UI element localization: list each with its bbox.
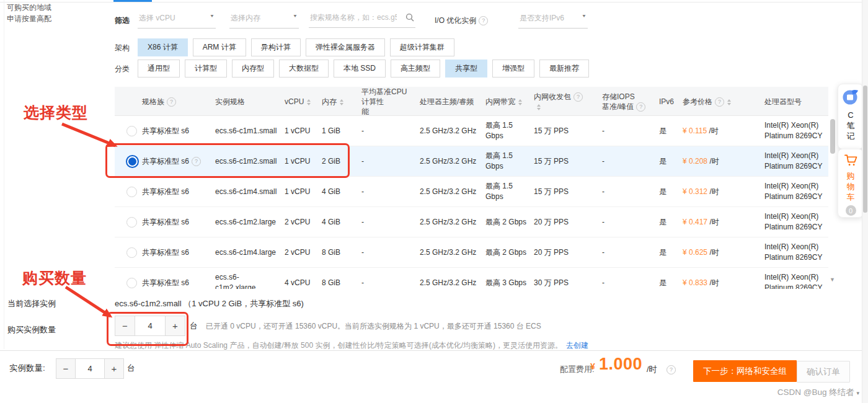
price-cell: ¥ 0.417 /时 [674, 217, 748, 228]
column-header[interactable]: 内网收发包? [530, 92, 592, 112]
category-tag[interactable]: 内存型 [232, 60, 274, 78]
current-instance-value: ecs.s6-c1m2.small （1 vCPU 2 GiB，共享标准型 s6… [115, 298, 304, 309]
watermark: CSDN @Bug 终结者 ▾ [777, 387, 859, 398]
memory-cell: 4 GiB [318, 217, 358, 228]
sort-icon[interactable] [518, 99, 522, 105]
column-header[interactable]: 参考价格? [674, 97, 748, 107]
help-icon[interactable]: ? [636, 102, 645, 112]
table-row[interactable]: 共享标准型 s6?ecs.s6-c1m2.small1 vCPU2 GiB-2.… [115, 146, 828, 177]
footer-quantity-increase-button[interactable]: + [104, 359, 123, 378]
table-row[interactable]: 共享标准型 s6ecs.s6-c1m1.small1 vCPU1 GiB-2.5… [115, 116, 828, 146]
table-scroll-down-icon[interactable]: ▼ [830, 277, 835, 283]
sort-up-arrow [727, 99, 731, 102]
ipv6-select[interactable]: 是否支持IPv6 ▼ [518, 13, 588, 29]
radio-button[interactable] [126, 247, 137, 258]
footer-quantity-label: 实例数量: [9, 363, 45, 374]
price-unit: /时 [709, 278, 719, 287]
quantity-value[interactable]: 4 [135, 316, 165, 335]
baseline-cell: - [358, 187, 416, 197]
help-icon[interactable]: ? [666, 365, 676, 374]
link-apply-quota[interactable]: 申请按量高配 [7, 14, 51, 24]
processor-cell: Intel(R) Xeon(R) Platinum 8269CY [748, 211, 828, 232]
chevron-down-icon: ▼ [293, 13, 298, 18]
radio-cell [115, 278, 138, 288]
category-tag[interactable]: 增强型 [492, 60, 534, 78]
spec-cell: ecs.s6-c1m2.small [211, 156, 281, 167]
architecture-tag[interactable]: X86 计算 [138, 38, 188, 56]
table-scrollbar-thumb[interactable] [830, 119, 835, 154]
radio-button[interactable] [126, 187, 137, 197]
baseline-cell: - [358, 278, 416, 288]
architecture-tag[interactable]: 异构计算 [251, 38, 301, 56]
annotation-buy-count: 购买数量 [22, 268, 87, 288]
family-cell: 共享标准型 s6 [138, 278, 211, 288]
column-header-text: 能 [361, 107, 369, 116]
search-icon[interactable] [405, 13, 414, 24]
radio-button[interactable] [126, 126, 137, 136]
category-tag[interactable]: 通用型 [138, 60, 180, 78]
quantity-increase-button[interactable]: + [165, 316, 185, 335]
search-input[interactable] [310, 13, 397, 22]
link-available-regions[interactable]: 可购买的地域 [7, 2, 51, 12]
column-header[interactable]: 内网带宽 [483, 97, 530, 107]
footer-quantity-decrease-button[interactable]: − [56, 359, 76, 378]
category-tag[interactable]: 大数据型 [279, 60, 329, 78]
sort-icon[interactable] [307, 99, 311, 105]
note-widget[interactable]: C笔记 [838, 84, 864, 149]
cart-letter: 购 [847, 170, 855, 181]
table-row[interactable]: 共享标准型 s6ecs.s6-c1m2.large2 vCPU4 GiB-2.5… [115, 207, 828, 237]
table-row[interactable]: 共享标准型 s6ecs.s6-c1m2.xlarge4 vCPU8 GiB-2.… [115, 268, 828, 289]
bandwidth-cell: 最高 2 Gbps [483, 217, 530, 228]
table-row[interactable]: 共享标准型 s6ecs.s6-c1m4.small1 vCPU4 GiB-2.5… [115, 177, 828, 207]
radio-cell [115, 187, 138, 197]
vcpu-select[interactable]: 选择 vCPU ▼ [138, 13, 216, 29]
category-tag[interactable]: 计算型 [185, 60, 227, 78]
table-row[interactable]: 共享标准型 s6ecs.s6-c1m4.large2 vCPU8 GiB-2.5… [115, 237, 828, 268]
create-scaling-link[interactable]: 去创建 [566, 341, 588, 350]
ipv6-cell: 是 [650, 217, 674, 228]
memory-cell: 1 GiB [318, 126, 358, 136]
column-header[interactable]: 内存 [318, 97, 358, 107]
next-step-button[interactable]: 下一步：网络和安全组 [693, 360, 797, 382]
left-edge-divider [4, 0, 4, 349]
price-unit: /时 [709, 248, 719, 257]
page-scrollbar[interactable] [862, 0, 868, 403]
architecture-tag[interactable]: 弹性裸金属服务器 [306, 38, 385, 56]
category-tag[interactable]: 高主频型 [391, 60, 440, 78]
memory-select[interactable]: 选择内存 ▼ [229, 13, 299, 29]
help-icon[interactable]: ? [574, 92, 583, 102]
sort-icon[interactable] [537, 104, 541, 110]
quantity-decrease-button[interactable]: − [115, 316, 135, 335]
column-header[interactable]: vCPU [281, 97, 318, 107]
spec-search-field[interactable] [309, 13, 415, 28]
category-tag[interactable]: 本地 SSD [334, 60, 386, 78]
vcpu-select-placeholder: 选择 vCPU [139, 13, 175, 24]
confirm-order-button[interactable]: 确认订单 [797, 361, 850, 383]
footer-quantity-unit: 台 [127, 363, 135, 374]
page-scrollbar-thumb[interactable] [863, 86, 867, 213]
purchase-quantity-label: 购买实例数量 [7, 324, 56, 335]
architecture-tag[interactable]: ARM 计算 [193, 38, 246, 56]
architecture-tag[interactable]: 超级计算集群 [390, 38, 454, 56]
help-icon[interactable]: ? [167, 97, 176, 107]
radio-button[interactable] [126, 217, 137, 228]
help-icon[interactable]: ? [192, 157, 201, 166]
pps-cell: 20 万 PPS [530, 217, 592, 228]
footer-quantity-value[interactable]: 4 [76, 359, 104, 378]
ipv6-cell: 是 [650, 278, 674, 288]
category-tag[interactable]: 最新推荐 [539, 60, 589, 78]
sort-up-arrow [307, 99, 311, 102]
column-header-text: 内网收发包 [534, 92, 571, 101]
sort-icon[interactable] [727, 99, 731, 105]
help-icon[interactable]: ? [715, 97, 724, 107]
frequency-cell: 2.5 GHz/3.2 GHz [416, 217, 483, 228]
column-header-text: 平均基准CPU计算性 [361, 87, 407, 106]
category-tag[interactable]: 共享型 [445, 60, 487, 78]
price-unit: /时 [709, 218, 719, 226]
sort-icon[interactable] [340, 99, 343, 105]
radio-button[interactable] [126, 278, 137, 288]
help-icon[interactable]: ? [479, 16, 488, 25]
radio-button[interactable] [126, 155, 139, 168]
cart-widget[interactable]: 购物车 0 [838, 149, 864, 218]
price-cell: ¥ 0.625 /时 [674, 247, 748, 258]
